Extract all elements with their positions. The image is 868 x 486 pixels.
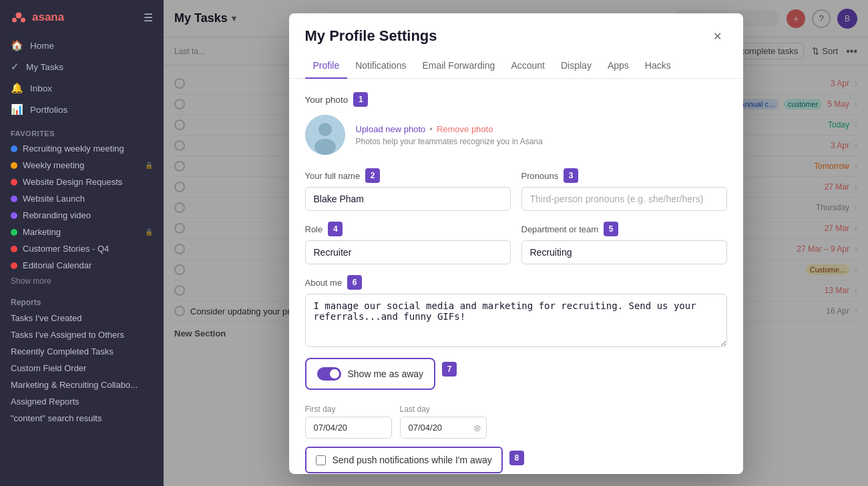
remove-photo-link[interactable]: Remove photo (437, 124, 493, 134)
asana-logo-icon (11, 9, 27, 25)
fav-label: Weekly meeting (23, 160, 84, 170)
push-notif-container: Send push notifications while I'm away 8 (305, 447, 727, 473)
toggle-slider (317, 367, 341, 381)
sidebar-fav-website-launch[interactable]: Website Launch (0, 190, 164, 207)
show-more-button[interactable]: Show more (0, 274, 164, 291)
modal-overlay: My Profile Settings ✕ Profile Notificati… (164, 0, 868, 486)
sidebar-collapse-button[interactable]: ☰ (144, 11, 153, 24)
sidebar-fav-marketing[interactable]: Marketing 🔒 (0, 224, 164, 240)
sidebar: asana ☰ 🏠 Home ✓ My Tasks 🔔 Inbox 📊 Port… (0, 0, 164, 486)
tab-account[interactable]: Account (503, 53, 553, 79)
about-me-label-row: About me 6 (305, 275, 727, 290)
modal-header: My Profile Settings ✕ (289, 13, 743, 45)
role-label-row: Role 4 (305, 222, 511, 236)
name-pronouns-row: Your full name 2 Pronouns 3 (305, 168, 727, 211)
away-section-container: Show me as away 7 (305, 358, 727, 398)
upload-photo-link[interactable]: Upload new photo (356, 124, 426, 134)
fav-label: Editorial Calendar (23, 260, 91, 270)
date-clear-icon[interactable]: ⊗ (473, 423, 481, 433)
pronouns-label: Pronouns (521, 171, 559, 181)
home-icon: 🏠 (11, 39, 23, 51)
sidebar-report-content-search[interactable]: "content" search results (0, 410, 164, 427)
sidebar-report-recently-completed[interactable]: Recently Completed Tasks (0, 343, 164, 360)
first-day-input[interactable] (305, 417, 392, 439)
department-label: Department or team (521, 224, 599, 234)
last-day-input-wrap: ⊗ (400, 417, 487, 439)
push-notif-checkbox[interactable] (316, 455, 326, 465)
sidebar-fav-rebranding[interactable]: Rebranding video (0, 207, 164, 224)
fav-dot (11, 179, 17, 186)
modal-tabs: Profile Notifications Email Forwarding A… (289, 53, 743, 79)
svg-point-5 (314, 139, 336, 155)
step-badge-2: 2 (365, 168, 380, 183)
bar-chart-icon: 📊 (11, 103, 23, 115)
lock-icon: 🔒 (145, 162, 153, 169)
sidebar-nav-inbox[interactable]: 🔔 Inbox (0, 77, 164, 99)
reports-section-title: Reports (0, 291, 164, 310)
sidebar-fav-weekly-meeting[interactable]: Weekly meeting 🔒 (0, 157, 164, 174)
full-name-input[interactable] (305, 187, 511, 211)
step-badge-5: 5 (604, 222, 618, 236)
photo-section: Upload new photo • Remove photo Photos h… (305, 115, 727, 155)
fav-dot (11, 246, 17, 252)
department-label-row: Department or team 5 (521, 222, 727, 236)
sidebar-nav-my-tasks[interactable]: ✓ My Tasks (0, 56, 164, 77)
sidebar-fav-website-design[interactable]: Website Design Requests (0, 174, 164, 190)
modal-title: My Profile Settings (305, 27, 437, 45)
sidebar-fav-customer-stories[interactable]: Customer Stories - Q4 (0, 240, 164, 257)
fav-label: Recruiting weekly meeting (23, 144, 124, 154)
role-input[interactable] (305, 240, 511, 264)
away-toggle[interactable] (317, 367, 341, 381)
sidebar-report-tasks-assigned[interactable]: Tasks I've Assigned to Others (0, 326, 164, 343)
svg-point-1 (12, 18, 17, 23)
tab-profile[interactable]: Profile (305, 53, 348, 79)
away-toggle-section: Show me as away (305, 358, 436, 390)
fav-dot (11, 196, 17, 202)
department-group: Department or team 5 (521, 222, 727, 264)
sidebar-report-assigned[interactable]: Assigned Reports (0, 393, 164, 410)
step-badge-4: 4 (328, 222, 343, 236)
sidebar-report-tasks-created[interactable]: Tasks I've Created (0, 310, 164, 326)
asana-logo-text: asana (32, 11, 64, 24)
photo-links: Upload new photo • Remove photo (356, 124, 543, 134)
tab-email-forwarding[interactable]: Email Forwarding (414, 53, 503, 79)
tab-display[interactable]: Display (553, 53, 600, 79)
sidebar-nav-home[interactable]: 🏠 Home (0, 35, 164, 56)
sidebar-nav-portfolios[interactable]: 📊 Portfolios (0, 99, 164, 120)
fav-label: Website Launch (23, 194, 85, 204)
report-label: "content" search results (11, 413, 101, 423)
department-input[interactable] (521, 240, 727, 264)
tab-notifications[interactable]: Notifications (347, 53, 414, 79)
lock-icon: 🔒 (145, 228, 153, 236)
bell-icon: 🔔 (11, 82, 23, 94)
svg-point-2 (21, 18, 25, 23)
step-badge-1: 1 (353, 92, 368, 107)
first-day-label: First day (305, 405, 392, 414)
fav-label: Rebranding video (23, 210, 91, 220)
separator: • (429, 124, 433, 134)
sidebar-report-custom-field[interactable]: Custom Field Order (0, 360, 164, 377)
last-day-label: Last day (400, 405, 487, 414)
sidebar-nav-portfolios-label: Portfolios (30, 105, 67, 115)
modal-body: Your photo 1 Upload new photo (289, 79, 743, 474)
modal-close-button[interactable]: ✕ (708, 27, 727, 45)
svg-point-4 (318, 123, 332, 136)
step-badge-7: 7 (442, 362, 457, 377)
photo-actions: Upload new photo • Remove photo Photos h… (356, 124, 543, 146)
pronouns-input[interactable] (521, 187, 727, 211)
tab-apps[interactable]: Apps (600, 53, 637, 79)
sidebar-fav-recruiting-weekly[interactable]: Recruiting weekly meeting (0, 140, 164, 157)
fav-dot (11, 229, 17, 236)
report-label: Tasks I've Assigned to Others (11, 330, 124, 340)
tab-hacks[interactable]: Hacks (637, 53, 679, 79)
sidebar-report-marketing-recruiting[interactable]: Marketing & Recruiting Collabo... (0, 377, 164, 393)
main-area: My Tasks ▾ 🔒 Private 🔍 + ? B Last ta... … (164, 0, 868, 486)
report-label: Custom Field Order (11, 363, 86, 373)
sidebar-nav-home-label: Home (30, 41, 54, 51)
profile-settings-modal: My Profile Settings ✕ Profile Notificati… (289, 13, 743, 474)
fav-label: Customer Stories - Q4 (23, 244, 109, 254)
photo-section-title: Your photo (305, 95, 349, 105)
sidebar-fav-editorial[interactable]: Editorial Calendar (0, 257, 164, 274)
pronouns-group: Pronouns 3 (521, 168, 727, 211)
about-me-textarea[interactable]: I manage our social media and marketing … (305, 294, 727, 347)
